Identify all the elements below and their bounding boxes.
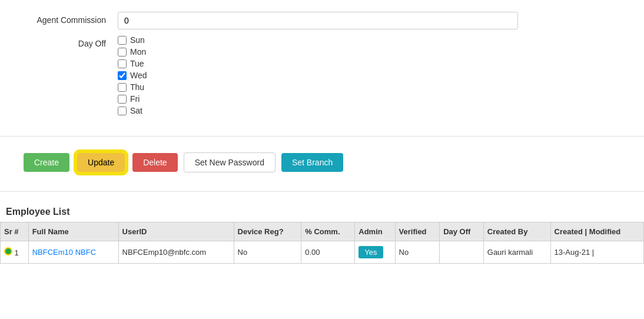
cell-created-by: Gauri karmali bbox=[483, 241, 550, 264]
employee-list-title: Employee List bbox=[0, 201, 644, 222]
employee-table: Sr # Full Name UserID Device Reg? % Comm… bbox=[0, 222, 644, 264]
cell-comm: 0.00 bbox=[301, 241, 355, 264]
cell-verified: No bbox=[395, 241, 440, 264]
cell-admin: Yes bbox=[355, 241, 395, 264]
col-sr: Sr # bbox=[1, 222, 29, 241]
checkbox-mon-label: Mon bbox=[130, 47, 146, 57]
col-device-reg: Device Reg? bbox=[234, 222, 301, 241]
checkbox-sun-input[interactable] bbox=[118, 36, 127, 45]
checkbox-sat-label: Sat bbox=[130, 106, 142, 115]
checkbox-thu-label: Thu bbox=[130, 82, 144, 92]
checkbox-sat-input[interactable] bbox=[118, 107, 127, 115]
checkbox-fri-label: Fri bbox=[130, 94, 140, 104]
checkbox-mon-input[interactable] bbox=[118, 48, 127, 57]
col-created-modified: Created | Modified bbox=[550, 222, 643, 241]
checkbox-thu[interactable]: Thu bbox=[118, 82, 147, 92]
admin-badge: Yes bbox=[358, 246, 383, 258]
day-off-row: Day Off Sun Mon Tue Wed Thu bbox=[24, 35, 620, 115]
cell-user-id: NBFCEmp10@nbfc.com bbox=[118, 241, 234, 264]
checkbox-sun[interactable]: Sun bbox=[118, 35, 147, 45]
col-admin: Admin bbox=[355, 222, 395, 241]
row-indicator bbox=[4, 247, 12, 255]
checkbox-mon[interactable]: Mon bbox=[118, 47, 147, 57]
checkbox-tue-input[interactable] bbox=[118, 59, 127, 68]
checkbox-wed-label: Wed bbox=[130, 71, 147, 80]
agent-commission-input[interactable] bbox=[118, 12, 518, 29]
cell-created-modified: 13-Aug-21 | bbox=[550, 241, 643, 264]
day-off-label: Day Off bbox=[24, 35, 118, 48]
checkbox-wed-input[interactable] bbox=[118, 71, 127, 80]
cell-day-off bbox=[440, 241, 484, 264]
col-verified: Verified bbox=[395, 222, 440, 241]
checkbox-wed[interactable]: Wed bbox=[118, 71, 147, 80]
checkbox-thu-input[interactable] bbox=[118, 83, 127, 92]
checkbox-tue[interactable]: Tue bbox=[118, 59, 147, 68]
checkbox-sun-label: Sun bbox=[130, 35, 145, 45]
button-row: Create Update Delete Set New Password Se… bbox=[0, 145, 644, 182]
col-created-by: Created By bbox=[483, 222, 550, 241]
divider-2 bbox=[0, 191, 644, 192]
form-section: Agent Commission Day Off Sun Mon Tue Wed bbox=[0, 0, 644, 127]
col-comm: % Comm. bbox=[301, 222, 355, 241]
checkbox-fri-input[interactable] bbox=[118, 95, 127, 104]
col-full-name: Full Name bbox=[28, 222, 118, 241]
cell-full-name: NBFCEm10 NBFC bbox=[28, 241, 118, 264]
checkbox-sat[interactable]: Sat bbox=[118, 106, 147, 115]
col-day-off: Day Off bbox=[440, 222, 484, 241]
create-button[interactable]: Create bbox=[24, 153, 69, 172]
table-body: 1 NBFCEm10 NBFC NBFCEmp10@nbfc.com No 0.… bbox=[1, 241, 644, 264]
set-branch-button[interactable]: Set Branch bbox=[281, 153, 343, 172]
col-user-id: UserID bbox=[118, 222, 234, 241]
table-header: Sr # Full Name UserID Device Reg? % Comm… bbox=[1, 222, 644, 241]
full-name-link[interactable]: NBFCEm10 NBFC bbox=[32, 248, 96, 257]
cell-sr: 1 bbox=[1, 241, 29, 264]
agent-commission-label: Agent Commission bbox=[24, 12, 118, 25]
day-off-checkboxes: Sun Mon Tue Wed Thu Fri bbox=[118, 35, 147, 115]
table-row[interactable]: 1 NBFCEm10 NBFC NBFCEmp10@nbfc.com No 0.… bbox=[1, 241, 644, 264]
checkbox-tue-label: Tue bbox=[130, 59, 144, 68]
agent-commission-row: Agent Commission bbox=[24, 12, 620, 29]
divider bbox=[0, 136, 644, 137]
delete-button[interactable]: Delete bbox=[132, 153, 177, 172]
cell-device-reg: No bbox=[234, 241, 301, 264]
employee-table-container: Sr # Full Name UserID Device Reg? % Comm… bbox=[0, 222, 644, 264]
checkbox-fri[interactable]: Fri bbox=[118, 94, 147, 104]
update-button[interactable]: Update bbox=[75, 151, 127, 174]
set-new-password-button[interactable]: Set New Password bbox=[184, 152, 275, 172]
